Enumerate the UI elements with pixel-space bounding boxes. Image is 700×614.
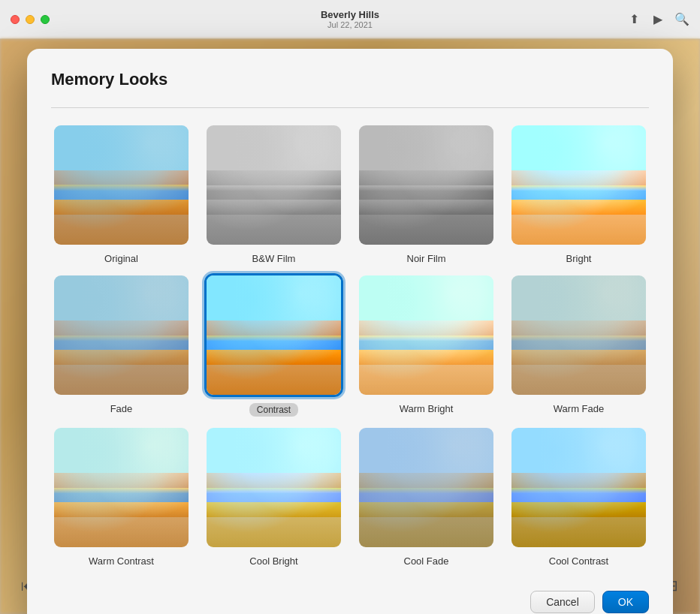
memory-looks-modal: Memory Looks OriginalB&W FilmNoir FilmBr…	[27, 49, 673, 614]
maximize-button[interactable]	[41, 15, 50, 24]
ok-button[interactable]: OK	[602, 591, 649, 613]
look-photo-warm-contrast	[54, 428, 189, 547]
divider	[51, 107, 649, 108]
look-thumb-warm-contrast	[52, 426, 191, 549]
look-photo-contrast	[207, 275, 341, 395]
slideshow-icon[interactable]: ▶	[650, 12, 665, 27]
look-label-cool-contrast: Cool Contrast	[549, 555, 608, 567]
cancel-button[interactable]: Cancel	[530, 591, 595, 613]
look-thumb-fade	[52, 273, 191, 397]
look-photo-noir-film	[359, 125, 493, 245]
look-label-fade: Fade	[110, 403, 133, 414]
window-chrome: Beverly Hills Jul 22, 2021 ⬆ ▶ 🔍	[0, 0, 700, 39]
look-photo-cool-contrast	[511, 428, 646, 547]
look-item-cool-fade[interactable]: Cool Fade	[356, 426, 496, 567]
look-item-warm-contrast[interactable]: Warm Contrast	[51, 426, 192, 567]
close-button[interactable]	[11, 15, 20, 24]
look-photo-bw-film	[207, 125, 341, 245]
look-label-warm-fade: Warm Fade	[554, 403, 604, 414]
look-thumb-noir-film	[357, 123, 496, 247]
share-icon[interactable]: ⬆	[626, 12, 641, 27]
look-label-bright: Bright	[566, 253, 592, 264]
look-thumb-cool-fade	[357, 426, 496, 549]
look-label-original: Original	[104, 253, 138, 264]
window-subtitle: Jul 22, 2021	[321, 20, 379, 29]
look-photo-cool-bright	[207, 428, 341, 547]
look-label-warm-contrast: Warm Contrast	[89, 555, 154, 567]
looks-grid: OriginalB&W FilmNoir FilmBrightFadeContr…	[51, 123, 649, 567]
look-item-original[interactable]: Original	[51, 123, 192, 264]
look-photo-cool-fade	[359, 428, 493, 547]
look-item-bright[interactable]: Bright	[508, 123, 649, 264]
look-thumb-warm-bright	[357, 273, 496, 397]
look-thumb-cool-contrast	[509, 426, 648, 549]
look-label-cool-bright: Cool Bright	[249, 555, 297, 567]
look-photo-warm-fade	[511, 275, 646, 395]
window-title: Beverly Hills	[321, 9, 379, 20]
look-thumb-warm-fade	[509, 273, 648, 397]
look-item-cool-contrast[interactable]: Cool Contrast	[508, 426, 649, 567]
traffic-lights	[11, 15, 50, 24]
look-item-cool-bright[interactable]: Cool Bright	[204, 426, 344, 567]
look-label-noir-film: Noir Film	[407, 253, 446, 264]
look-photo-original	[54, 125, 189, 245]
look-thumb-bright	[509, 123, 648, 247]
look-label-warm-bright: Warm Bright	[400, 403, 454, 414]
look-thumb-original	[52, 123, 191, 247]
window-title-area: Beverly Hills Jul 22, 2021	[321, 9, 379, 29]
minimize-button[interactable]	[26, 15, 35, 24]
look-item-noir-film[interactable]: Noir Film	[356, 123, 496, 264]
look-item-warm-fade[interactable]: Warm Fade	[508, 273, 649, 417]
look-thumb-bw-film	[204, 123, 343, 247]
look-item-bw-film[interactable]: B&W Film	[204, 123, 344, 264]
look-item-warm-bright[interactable]: Warm Bright	[356, 273, 496, 417]
look-photo-bright	[511, 125, 646, 245]
look-thumb-cool-bright	[204, 426, 343, 549]
modal-title: Memory Looks	[51, 70, 649, 89]
look-item-contrast[interactable]: Contrast	[204, 273, 344, 417]
look-label-contrast: Contrast	[249, 403, 298, 417]
chrome-controls: ⬆ ▶ 🔍	[626, 12, 689, 27]
modal-footer: Cancel OK	[51, 585, 649, 613]
look-photo-fade	[54, 275, 189, 395]
look-item-fade[interactable]: Fade	[51, 273, 192, 417]
look-thumb-contrast	[204, 273, 343, 397]
look-label-cool-fade: Cool Fade	[404, 555, 449, 567]
search-icon[interactable]: 🔍	[674, 12, 689, 27]
look-photo-warm-bright	[359, 275, 493, 395]
look-label-bw-film: B&W Film	[252, 253, 296, 264]
